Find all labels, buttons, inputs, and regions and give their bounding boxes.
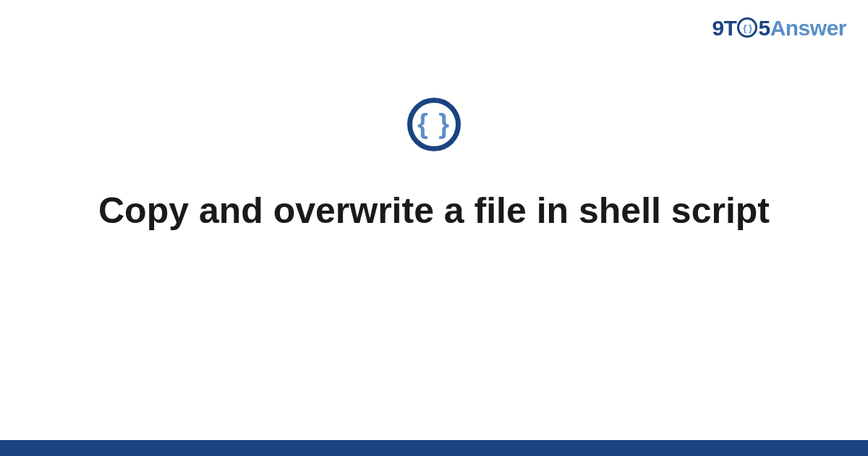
logo-t: T — [724, 16, 737, 40]
page-title: Copy and overwrite a file in shell scrip… — [0, 188, 868, 234]
code-braces-icon: { } — [407, 98, 461, 151]
logo-answer: Answer — [770, 16, 846, 40]
footer-accent-bar — [0, 440, 868, 456]
logo-five: 5 — [758, 16, 770, 40]
braces-glyph: { } — [417, 110, 451, 138]
logo-o-inner-braces: { } — [743, 23, 752, 33]
site-logo: 9T{ }5Answer — [712, 16, 846, 41]
logo-o-circle: { } — [737, 17, 757, 38]
logo-nine: 9 — [712, 16, 723, 40]
